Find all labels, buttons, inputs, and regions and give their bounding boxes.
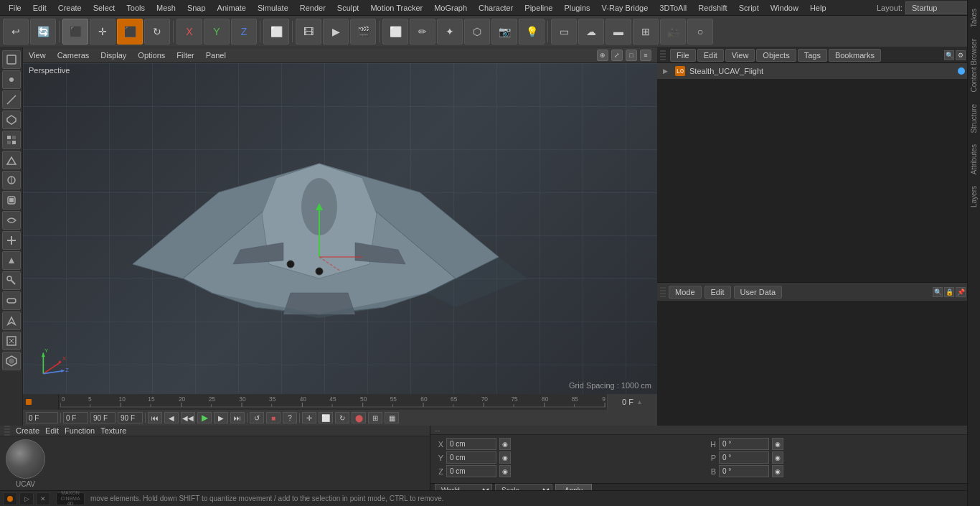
reverse-btn[interactable]: ◀◀ (181, 412, 195, 423)
vp-menu-display[interactable]: Display (100, 51, 126, 60)
tool3[interactable] (2, 191, 21, 210)
go-end-btn[interactable]: ⏭ (230, 412, 245, 423)
vp-menu-filter[interactable]: Filter (176, 51, 194, 60)
attr-edit-btn[interactable]: Edit (705, 286, 731, 299)
vp-menu-view[interactable]: View (29, 51, 46, 60)
dot-visible[interactable] (958, 67, 965, 75)
render-anim-btn[interactable]: ▦ (385, 412, 399, 423)
current-frame-input[interactable] (26, 412, 58, 423)
status-stop-icon[interactable]: ✕ (36, 492, 50, 505)
rp-file-btn[interactable]: File (670, 49, 696, 62)
b-rot-dial[interactable]: ◉ (772, 465, 783, 477)
floor-btn[interactable]: ▭ (551, 19, 577, 44)
status-anim-icon[interactable] (3, 492, 17, 505)
tool5[interactable] (2, 231, 21, 250)
tool6[interactable] (2, 251, 21, 270)
menu-redshift[interactable]: Redshift (692, 2, 732, 14)
y-pos-input[interactable] (446, 451, 496, 464)
tool7[interactable] (2, 271, 21, 290)
p-rot-input[interactable] (719, 451, 769, 464)
menu-create[interactable]: Create (52, 2, 88, 14)
undo-btn[interactable]: ↩ (3, 19, 29, 44)
z-pos-input[interactable] (446, 465, 496, 477)
light-btn[interactable]: 💡 (519, 19, 545, 44)
menu-sculpt[interactable]: Sculpt (331, 2, 365, 14)
x-axis-btn[interactable]: X (176, 19, 202, 44)
pen-btn[interactable]: ✏ (410, 19, 435, 44)
mat-edit-btn[interactable]: Edit (45, 426, 59, 435)
menu-file[interactable]: File (3, 2, 27, 14)
h-rot-dial[interactable]: ◉ (772, 438, 783, 450)
rp-bookmarks-btn[interactable]: Bookmarks (829, 49, 881, 62)
texture-mode[interactable] (2, 131, 21, 149)
help-btn[interactable]: ? (283, 412, 297, 423)
key2-btn[interactable]: ⬜ (319, 412, 333, 423)
mode-polygons[interactable] (2, 111, 21, 129)
attr-search-icon[interactable]: 🔍 (933, 287, 943, 297)
menu-simulate[interactable]: Simulate (252, 2, 294, 14)
tool4[interactable] (2, 211, 21, 230)
vp-menu-panel[interactable]: Panel (206, 51, 226, 60)
menu-script[interactable]: Script (733, 2, 765, 14)
rp-edit-btn[interactable]: Edit (697, 49, 724, 62)
next-frame-btn[interactable]: ▶ (214, 412, 228, 423)
menu-vray[interactable]: V-Ray Bridge (596, 2, 654, 14)
attr-pin-icon[interactable]: 📌 (956, 287, 966, 297)
attr-mode-btn[interactable]: Mode (669, 286, 702, 299)
vp-menu-cameras[interactable]: Cameras (57, 51, 90, 60)
b-rot-input[interactable] (719, 465, 769, 477)
menu-render[interactable]: Render (294, 2, 331, 14)
mode-edges[interactable] (2, 90, 21, 109)
floor2-btn[interactable]: ▬ (606, 19, 631, 44)
status-play-icon[interactable]: ▷ (19, 492, 34, 505)
camera-btn[interactable]: 📷 (491, 19, 517, 44)
rp-tags-btn[interactable]: Tags (798, 49, 827, 62)
timeline-ruler[interactable]: 0 5 10 15 20 25 (59, 394, 607, 410)
lamp-btn[interactable]: ○ (687, 19, 713, 44)
rp-objects-btn[interactable]: Objects (756, 49, 796, 62)
mode-points[interactable] (2, 70, 21, 89)
select-btn[interactable]: ⬛ (62, 19, 88, 44)
mat-create-btn[interactable]: Create (16, 426, 39, 435)
go-start-btn[interactable]: ⏮ (148, 412, 162, 423)
rotate-btn[interactable]: ↻ (144, 19, 170, 44)
menu-pipeline[interactable]: Pipeline (519, 2, 558, 14)
p-rot-dial[interactable]: ◉ (772, 451, 783, 464)
menu-motion-tracker[interactable]: Motion Tracker (364, 2, 428, 14)
y-axis-btn[interactable]: Y (204, 19, 230, 44)
key3-btn[interactable]: ↻ (335, 412, 349, 423)
vp-menu-options[interactable]: Options (138, 51, 165, 60)
prev-frame-btn[interactable]: ◀ (164, 412, 179, 423)
search-icon[interactable]: 🔍 (944, 50, 954, 60)
material-item-ucav[interactable]: UCAV (6, 439, 45, 488)
deform-btn[interactable]: ⬡ (464, 19, 490, 44)
tool11[interactable] (2, 352, 21, 370)
z-pos-dial[interactable]: ◉ (499, 465, 511, 477)
object-mode-btn[interactable]: ⬜ (263, 19, 289, 44)
menu-edit[interactable]: Edit (27, 2, 52, 14)
move-btn[interactable]: ✛ (90, 19, 116, 44)
tool1[interactable] (2, 151, 21, 169)
cube-btn[interactable]: ⬜ (382, 19, 408, 44)
vtab-structure[interactable]: Structure (969, 98, 979, 139)
key-btn[interactable]: ✛ (302, 412, 316, 423)
vtab-content-browser[interactable]: Content Browser (969, 47, 979, 98)
mat-function-btn[interactable]: Function (65, 426, 95, 435)
start-frame-input[interactable] (63, 412, 88, 423)
loop-btn[interactable]: ↺ (250, 412, 264, 423)
grid-anim-btn[interactable]: ⊞ (368, 412, 382, 423)
menu-help[interactable]: Help (804, 2, 832, 14)
h-rot-input[interactable] (719, 438, 769, 450)
vtab-layers[interactable]: Layers (969, 180, 979, 213)
vp-lock-btn[interactable]: ⊕ (597, 50, 608, 61)
vp-settings-btn[interactable]: ≡ (640, 50, 651, 61)
layout-select[interactable]: Startup (905, 1, 977, 14)
frame-arrow-up[interactable]: ▲ (636, 398, 643, 406)
mat-texture-btn[interactable]: Texture (100, 426, 126, 435)
tool10[interactable] (2, 332, 21, 350)
menu-snap[interactable]: Snap (182, 2, 212, 14)
menu-mograph[interactable]: MoGraph (428, 2, 473, 14)
sky-btn[interactable]: ☁ (578, 19, 604, 44)
menu-plugins[interactable]: Plugins (558, 2, 595, 14)
attr-userdata-btn[interactable]: User Data (734, 286, 783, 299)
